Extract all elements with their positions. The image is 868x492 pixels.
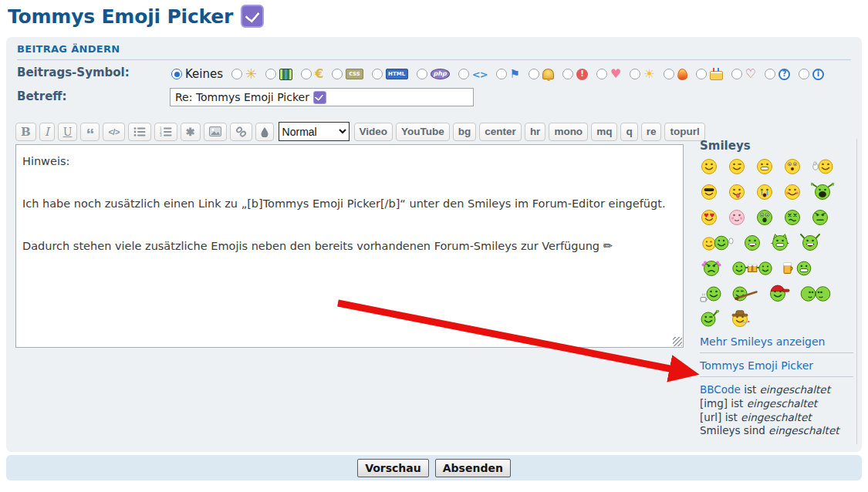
exclaim-icon: ! <box>576 69 588 80</box>
toolbar-center-button[interactable]: center <box>479 123 522 141</box>
smiley-cheer[interactable] <box>799 234 822 252</box>
radio-icon[interactable] <box>301 69 312 79</box>
resize-handle-icon[interactable] <box>673 337 682 346</box>
radio-icon[interactable] <box>231 69 242 79</box>
post-icon-option-css[interactable]: css <box>332 69 363 79</box>
radio-icon[interactable] <box>496 69 507 79</box>
preview-button[interactable]: Vorschau <box>357 459 429 477</box>
radio-icon[interactable] <box>596 69 607 79</box>
smiley-red-cap[interactable] <box>768 285 791 303</box>
message-textarea[interactable]: Hinweis: Ich habe noch zusätzlich einen … <box>15 144 684 348</box>
smiley-coffee[interactable] <box>700 285 723 303</box>
radio-icon[interactable] <box>417 69 427 79</box>
toolbar-video-button[interactable]: Video <box>354 123 393 141</box>
toolbar-underline-button[interactable]: U <box>58 123 78 141</box>
post-icon-option-flame[interactable] <box>664 69 687 80</box>
radio-icon[interactable] <box>630 69 640 79</box>
subject-input[interactable]: Re: Tommys Emoji Picker <box>170 88 474 106</box>
smiley-beer-grin[interactable] <box>782 259 812 278</box>
radio-icon[interactable] <box>799 69 809 79</box>
smiley-thumbs-up[interactable] <box>811 157 834 176</box>
radio-icon[interactable] <box>562 69 573 79</box>
radio-icon[interactable] <box>664 69 674 79</box>
smiley-wave[interactable] <box>700 310 720 329</box>
post-icon-option-asterisk[interactable]: ✳ <box>231 67 257 81</box>
post-icon-option-code[interactable]: <> <box>458 69 488 79</box>
radio-icon[interactable] <box>529 69 539 79</box>
post-icon-option-php[interactable]: php <box>417 69 450 79</box>
post-icon-option-exclaim[interactable]: ! <box>562 69 588 80</box>
radio-icon[interactable] <box>765 69 775 79</box>
submit-button[interactable]: Absenden <box>435 459 511 477</box>
smiley-razz[interactable] <box>728 183 746 201</box>
toolbar-q-button[interactable]: q <box>620 123 637 141</box>
post-icon-option-euro[interactable]: € <box>301 68 323 80</box>
toolbar-bg-button[interactable]: bg <box>453 123 477 141</box>
toolbar-youtube-button[interactable]: YouTube <box>396 123 450 141</box>
toolbar-code-button[interactable]: </> <box>103 123 124 141</box>
asterisk-icon: ✳ <box>245 67 257 81</box>
post-icon-option-question[interactable]: ? <box>765 69 790 80</box>
smiley-cry[interactable] <box>755 183 774 201</box>
smiley-pink-blush[interactable] <box>728 208 746 227</box>
smiley-rifle[interactable] <box>732 285 758 303</box>
smiley-love[interactable]: ♥♥ <box>700 208 718 227</box>
smiley-buddies[interactable] <box>700 234 734 252</box>
radio-icon[interactable] <box>696 69 707 79</box>
radio-icon[interactable] <box>458 69 469 79</box>
smiley-scream[interactable] <box>811 183 834 201</box>
smiley-laugh[interactable] <box>743 234 762 252</box>
smiley-grid: ♥♥ <box>700 157 853 329</box>
smiley-cheers-beer[interactable] <box>732 259 772 278</box>
radio-icon[interactable] <box>332 69 343 79</box>
smiley-angry-bows[interactable] <box>700 259 723 278</box>
bbcode-link[interactable]: BBCode <box>700 383 741 396</box>
font-size-select[interactable]: Normal <box>279 122 350 141</box>
post-icon-option-heart-outline[interactable]: ♡ <box>731 68 756 80</box>
smiley-grin[interactable] <box>755 157 774 176</box>
post-icon-option-flag[interactable]: ⚑ <box>496 69 520 80</box>
smiley-shock[interactable] <box>755 208 774 227</box>
radio-icon[interactable] <box>265 69 276 79</box>
toolbar-quote-button[interactable]: “ <box>80 123 100 141</box>
toolbar-list-bullet-button[interactable] <box>128 123 151 141</box>
smiley-mad[interactable] <box>811 208 829 227</box>
post-icon-option-cake[interactable] <box>696 68 723 80</box>
cake-icon <box>710 71 723 80</box>
radio-icon[interactable] <box>372 69 383 79</box>
toolbar-italic-button[interactable]: I <box>39 123 55 141</box>
underline-icon: U <box>63 126 73 138</box>
smiley-cool[interactable] <box>700 183 718 201</box>
radio-icon[interactable] <box>731 69 742 79</box>
radio-icon[interactable] <box>171 69 182 79</box>
toolbar-mq-button[interactable]: mq <box>591 123 617 141</box>
post-icon-option-film[interactable] <box>265 69 292 80</box>
post-icon-option-idea[interactable]: ☀ <box>630 68 654 80</box>
toolbar-image-button[interactable] <box>204 123 227 141</box>
toolbar-hr-button[interactable]: hr <box>525 123 546 141</box>
toolbar-color-button[interactable] <box>255 123 274 141</box>
post-icon-option-keines[interactable]: Keines <box>171 67 223 81</box>
post-icon-option-bell[interactable] <box>529 69 554 79</box>
toolbar-mono-button[interactable]: mono <box>549 123 588 141</box>
post-icon-option-heart[interactable]: ♥ <box>596 68 621 80</box>
smiley-eek[interactable] <box>783 157 802 176</box>
smiley-blush[interactable] <box>783 183 802 201</box>
tommys-emoji-picker-link[interactable]: Tommys Emoji Picker <box>700 359 853 372</box>
post-icon-option-info[interactable]: i <box>799 69 824 80</box>
toolbar-re-button[interactable]: re <box>641 123 662 141</box>
post-icon-option-html[interactable]: HTML <box>372 69 408 79</box>
smiley-dizzy[interactable] <box>783 208 802 227</box>
smiley-cowboy[interactable] <box>729 310 752 329</box>
toolbar-list-ordered-button[interactable]: 123 <box>154 123 177 141</box>
toolbar-topurl-button[interactable]: topurl <box>664 123 704 141</box>
smiley-smile[interactable] <box>700 157 718 176</box>
toolbar-url-button[interactable] <box>230 123 252 141</box>
smiley-row <box>700 310 853 329</box>
smiley-wink[interactable] <box>728 157 746 176</box>
toolbar-list-item-button[interactable]: ✱ <box>181 123 201 141</box>
toolbar-bold-button[interactable]: B <box>15 123 36 141</box>
smiley-big-eyes[interactable] <box>800 285 831 303</box>
more-smileys-link[interactable]: Mehr Smileys anzeigen <box>700 335 853 348</box>
smiley-cat[interactable] <box>771 234 789 252</box>
